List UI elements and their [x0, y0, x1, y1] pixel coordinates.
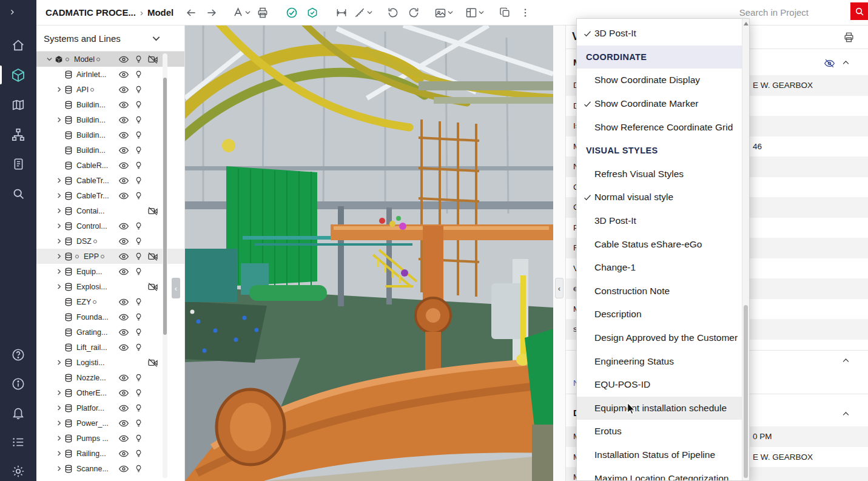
menu-item[interactable]: Maximo Location Categorization: [577, 466, 742, 480]
menu-item[interactable]: Description: [577, 303, 742, 326]
visibility-eye-icon[interactable]: [119, 161, 129, 170]
highlight-bulb-icon[interactable]: [135, 465, 143, 473]
rail-item-map[interactable]: [0, 90, 36, 119]
menu-item[interactable]: Installation Status of Pipeline: [577, 443, 742, 467]
chevron-right-icon[interactable]: [55, 117, 63, 123]
visibility-eye-icon[interactable]: [119, 373, 129, 383]
highlight-bulb-icon[interactable]: [135, 389, 143, 397]
chevron-right-icon[interactable]: [55, 223, 63, 229]
highlight-bulb-icon[interactable]: [135, 70, 143, 78]
visibility-eye-icon[interactable]: [119, 403, 129, 413]
camera-off-icon[interactable]: [148, 358, 158, 368]
collapse-section-chevron-up-icon[interactable]: [841, 58, 850, 67]
visibility-eye-icon[interactable]: [119, 146, 129, 155]
toolbar-status-check-button[interactable]: [283, 4, 300, 22]
menu-item[interactable]: Change-1: [577, 256, 742, 280]
highlight-bulb-icon[interactable]: [135, 267, 143, 275]
toolbar-model-check-button[interactable]: [304, 4, 321, 22]
menu-item[interactable]: Construction Note: [577, 280, 742, 303]
menu-item[interactable]: Cable Status eShare-eGo: [577, 232, 742, 256]
tree-scrollbar-thumb[interactable]: [163, 78, 167, 335]
camera-off-icon[interactable]: [148, 282, 158, 292]
chevron-right-icon[interactable]: [55, 420, 63, 426]
menu-item[interactable]: Show Coordinate Marker: [577, 92, 742, 116]
project-search[interactable]: Search in Project: [739, 7, 809, 18]
visibility-eye-icon[interactable]: [119, 221, 129, 231]
chevron-right-icon[interactable]: [55, 360, 63, 365]
visibility-eye-icon[interactable]: [119, 85, 129, 95]
highlight-bulb-icon[interactable]: [135, 177, 143, 184]
menu-item[interactable]: Show Reference Coordinate Grid: [577, 115, 742, 139]
menu-item[interactable]: 3D Post-It: [577, 209, 742, 233]
rail-item-search[interactable]: [0, 179, 36, 209]
highlight-bulb-icon[interactable]: [135, 419, 143, 427]
highlight-bulb-icon[interactable]: [135, 298, 143, 306]
highlight-bulb-icon[interactable]: [135, 161, 143, 169]
chevron-down-icon[interactable]: [45, 56, 53, 62]
rail-item-documents[interactable]: [0, 149, 36, 179]
highlight-bulb-icon[interactable]: [135, 116, 143, 124]
menu-item[interactable]: Engineering Status: [577, 349, 742, 373]
rail-item-model-3d[interactable]: [0, 60, 36, 90]
project-search-button[interactable]: [850, 2, 868, 20]
menu-item[interactable]: Equipment installation schedule: [577, 397, 742, 420]
toolbar-measure-multi-button[interactable]: [354, 4, 372, 22]
chevron-down-icon[interactable]: [152, 35, 160, 42]
menu-scrollbar-thumb[interactable]: [744, 305, 748, 478]
visibility-eye-icon[interactable]: [119, 55, 129, 64]
chevron-right-icon[interactable]: [55, 208, 63, 214]
visibility-eye-icon[interactable]: [119, 267, 129, 277]
rail-item-settings[interactable]: [0, 457, 36, 481]
highlight-bulb-icon[interactable]: [135, 343, 143, 351]
collapse-tree-panel-handle[interactable]: ‹: [172, 278, 180, 298]
chevron-right-icon[interactable]: [55, 193, 63, 198]
camera-off-icon[interactable]: [148, 55, 158, 64]
visibility-eye-icon[interactable]: [119, 388, 129, 398]
breadcrumb-project[interactable]: CADMATIC PROCE...: [45, 7, 136, 18]
hide-attributes-eye-off-icon[interactable]: [824, 58, 835, 69]
chevron-right-icon[interactable]: [55, 238, 63, 244]
visibility-eye-icon[interactable]: [119, 176, 129, 186]
chevron-right-icon[interactable]: [55, 87, 63, 92]
visibility-eye-icon[interactable]: [119, 449, 129, 459]
rail-item-expand-panel[interactable]: [0, 4, 36, 21]
menu-item[interactable]: Normal visual style: [577, 186, 742, 209]
rail-item-tasks[interactable]: [0, 428, 36, 457]
menu-item[interactable]: 3D Post-It: [577, 22, 742, 45]
tree-panel-header[interactable]: Systems and Lines: [36, 25, 184, 52]
scroll-up-arrow-icon[interactable]: [744, 22, 749, 25]
highlight-bulb-icon[interactable]: [135, 131, 143, 139]
menu-scrollbar[interactable]: [742, 19, 749, 480]
rail-item-help[interactable]: [0, 340, 36, 369]
toolbar-view-previous-button[interactable]: [385, 4, 402, 22]
visibility-eye-icon[interactable]: [119, 191, 129, 201]
highlight-bulb-icon[interactable]: [135, 192, 143, 200]
menu-item[interactable]: Show Coordinate Display: [577, 69, 742, 92]
toolbar-text-annotation-button[interactable]: [232, 4, 251, 22]
highlight-bulb-icon[interactable]: [135, 86, 143, 93]
visibility-eye-icon[interactable]: [119, 434, 129, 443]
chevron-right-icon[interactable]: [55, 405, 63, 411]
toolbar-printer-button[interactable]: [254, 4, 271, 22]
collapse-properties-panel-handle[interactable]: ‹: [555, 278, 564, 298]
visibility-eye-icon[interactable]: [119, 328, 129, 337]
toolbar-measure-distance-button[interactable]: [333, 4, 350, 22]
highlight-bulb-icon[interactable]: [135, 313, 143, 321]
tree-scrollbar[interactable]: [163, 53, 167, 478]
toolbar-more-options-button[interactable]: [517, 4, 534, 22]
chevron-right-icon[interactable]: [55, 390, 63, 395]
visibility-eye-icon[interactable]: [119, 297, 129, 307]
chevron-right-icon[interactable]: [55, 436, 63, 441]
toolbar-view-next-button[interactable]: [405, 4, 422, 22]
highlight-bulb-icon[interactable]: [135, 374, 143, 382]
rail-item-notifications[interactable]: [0, 399, 36, 428]
visibility-eye-icon[interactable]: [119, 115, 129, 125]
collapse-section-chevron-up-icon[interactable]: [841, 409, 850, 419]
visibility-eye-icon[interactable]: [119, 70, 129, 79]
menu-item[interactable]: Refresh Visual Styles: [577, 163, 742, 186]
chevron-right-icon[interactable]: [55, 466, 63, 471]
rail-item-info[interactable]: [0, 369, 36, 399]
rail-item-home[interactable]: [0, 30, 36, 60]
chevron-right-icon[interactable]: [55, 254, 63, 259]
highlight-bulb-icon[interactable]: [135, 328, 143, 336]
